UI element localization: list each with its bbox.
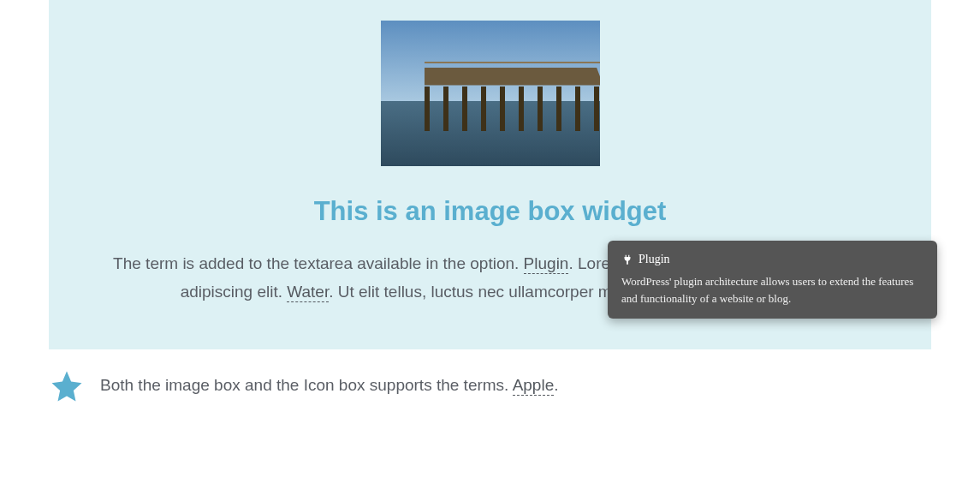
icon-box-description: Both the image box and the Icon box supp…	[100, 368, 559, 398]
term-link-plugin[interactable]: Plugin	[524, 254, 569, 274]
icon-box-widget: Both the image box and the Icon box supp…	[49, 368, 931, 404]
tooltip-header: Plugin	[621, 253, 924, 266]
text-segment: .	[554, 376, 558, 394]
term-tooltip: Plugin WordPress' plugin architecture al…	[608, 241, 937, 319]
text-segment: The term is added to the textarea availa…	[113, 254, 524, 272]
pier-photo	[381, 21, 600, 166]
term-link-apple[interactable]: Apple	[513, 376, 555, 396]
term-link-water[interactable]: Water	[287, 283, 329, 302]
plug-icon	[621, 253, 633, 265]
tooltip-body: WordPress' plugin architecture allows us…	[621, 273, 924, 307]
image-box-heading: This is an image box widget	[74, 196, 906, 227]
tooltip-title: Plugin	[638, 253, 670, 266]
text-segment: Both the image box and the Icon box supp…	[100, 376, 513, 394]
star-icon	[49, 368, 85, 404]
